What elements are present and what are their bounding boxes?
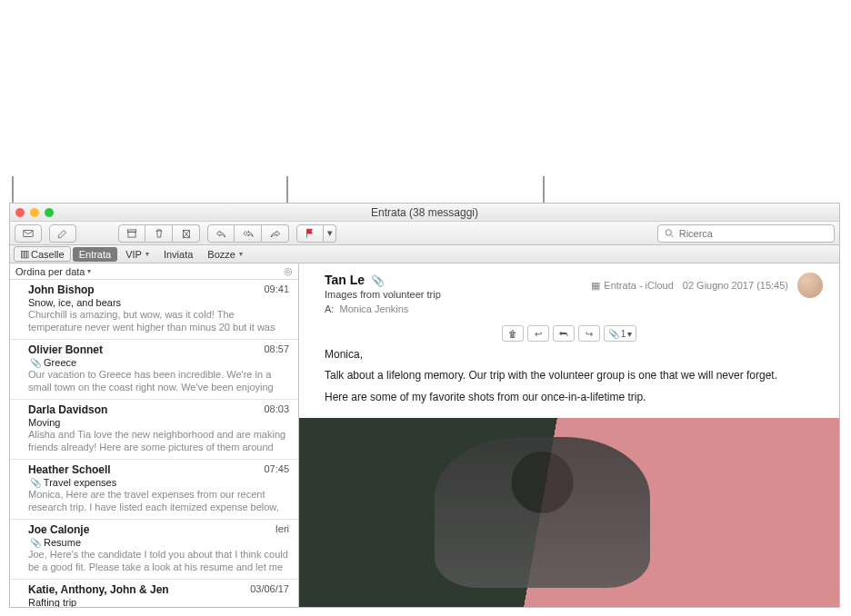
sent-tab[interactable]: Inviata: [157, 247, 199, 262]
embedded-image: [299, 418, 839, 607]
item-preview: Our vacation to Greece has been incredib…: [28, 369, 289, 394]
delete-button[interactable]: [145, 224, 173, 243]
sort-bar[interactable]: Ordina per data ▾ ◎: [10, 263, 298, 280]
message-item[interactable]: Olivier Bonnet08:57📎 GreeceOur vacation …: [10, 340, 298, 400]
mini-reply-all-button[interactable]: ⮪: [553, 325, 575, 342]
toolbar: ▾: [10, 222, 839, 245]
svg-point-7: [666, 229, 671, 234]
compose-button[interactable]: [49, 224, 76, 243]
reply-all-button[interactable]: [235, 224, 262, 243]
svg-rect-3: [24, 230, 34, 236]
message-item[interactable]: Joe CalonjeIeri📎 ResumeJoe, Here's the c…: [10, 520, 298, 580]
message-item[interactable]: John Bishop09:41Snow, ice, and bearsChur…: [10, 280, 298, 340]
header-to: A: Monica Jenkins: [325, 303, 823, 314]
mail-window: Entrata (38 messaggi) ▾ ▥Caselle: [9, 203, 840, 608]
chevron-down-icon: ▾: [87, 267, 91, 275]
item-subject: 📎 Resume: [28, 537, 289, 548]
item-preview: Alisha and Tia love the new neighborhood…: [28, 429, 289, 454]
message-item[interactable]: Heather Schoell07:45📎 Travel expensesMon…: [10, 460, 298, 520]
mini-delete-button[interactable]: 🗑: [502, 325, 524, 342]
header-date: 02 Giugno 2017 (15:45): [683, 280, 788, 291]
item-subject: Snow, ice, and bears: [28, 297, 289, 308]
reply-button[interactable]: [207, 224, 235, 243]
inbox-tab[interactable]: Entrata: [73, 247, 117, 262]
message-item[interactable]: Darla Davidson08:03MovingAlisha and Tia …: [10, 400, 298, 460]
folder-icon: ▦ Entrata - iCloud: [591, 280, 673, 292]
item-subject: 📎 Greece: [28, 357, 289, 368]
item-from: John Bishop: [28, 283, 95, 296]
reading-pane: Tan Le 📎 Images from volunteer trip A: M…: [299, 263, 839, 607]
search-icon: [664, 227, 676, 240]
item-from: Olivier Bonnet: [28, 343, 103, 356]
junk-button[interactable]: [173, 224, 200, 243]
filter-icon[interactable]: ◎: [284, 265, 293, 277]
item-preview: Monica, Here are the travel expenses fro…: [28, 489, 289, 514]
item-time: 07:45: [264, 463, 289, 476]
item-subject: Rafting trip: [28, 597, 289, 607]
drafts-tab[interactable]: Bozze: [201, 247, 249, 262]
get-mail-button[interactable]: [15, 224, 42, 243]
item-from: Joe Calonje: [28, 523, 89, 536]
item-from: Darla Davidson: [28, 403, 107, 416]
header-from: Tan Le: [325, 273, 365, 287]
window-title: Entrata (38 messaggi): [10, 206, 839, 219]
search-input[interactable]: [679, 228, 828, 239]
message-body: Monica, Talk about a lifelong memory. Ou…: [299, 345, 839, 418]
sort-label: Ordina per data: [15, 266, 85, 277]
mini-forward-button[interactable]: ↪: [578, 325, 600, 342]
message-list: Ordina per data ▾ ◎ John Bishop09:41Snow…: [10, 263, 299, 607]
svg-rect-5: [128, 232, 135, 237]
attachment-icon: 📎: [30, 538, 41, 548]
item-subject: Moving: [28, 417, 289, 428]
item-subject: 📎 Travel expenses: [28, 477, 289, 488]
item-preview: Joe, Here's the candidate I told you abo…: [28, 549, 289, 574]
item-time: 03/06/17: [250, 583, 289, 596]
flag-menu-button[interactable]: ▾: [324, 224, 336, 243]
forward-button[interactable]: [262, 224, 289, 243]
item-from: Katie, Anthony, John & Jen: [28, 583, 169, 596]
message-header: Tan Le 📎 Images from volunteer trip A: M…: [299, 263, 839, 320]
mailboxes-tab[interactable]: ▥Caselle: [14, 246, 71, 262]
item-from: Heather Schoell: [28, 463, 111, 476]
vip-tab[interactable]: VIP: [119, 247, 155, 262]
message-item[interactable]: Katie, Anthony, John & Jen03/06/17Raftin…: [10, 580, 298, 607]
search-field[interactable]: [657, 224, 835, 243]
mini-attachments-button[interactable]: 📎 1 ▾: [604, 325, 637, 342]
header-folder: Entrata - iCloud: [604, 280, 673, 291]
item-time: 09:41: [264, 283, 289, 296]
message-action-bar: 🗑 ↩ ⮪ ↪ 📎 1 ▾: [299, 325, 839, 342]
sidebar-icon: ▥: [20, 248, 29, 260]
flag-button[interactable]: [296, 224, 324, 243]
favorites-bar: ▥Caselle Entrata VIP Inviata Bozze: [10, 245, 839, 263]
titlebar: Entrata (38 messaggi): [10, 204, 839, 222]
attachment-icon: 📎: [30, 478, 41, 488]
item-time: Ieri: [275, 523, 289, 536]
mini-reply-button[interactable]: ↩: [527, 325, 549, 342]
item-time: 08:03: [264, 403, 289, 416]
avatar: [797, 273, 823, 298]
attachment-icon: 📎: [371, 274, 385, 287]
attachment-icon: 📎: [30, 358, 41, 368]
item-time: 08:57: [264, 343, 289, 356]
archive-button[interactable]: [118, 224, 145, 243]
item-preview: Churchill is amazing, but wow, was it co…: [28, 309, 289, 334]
